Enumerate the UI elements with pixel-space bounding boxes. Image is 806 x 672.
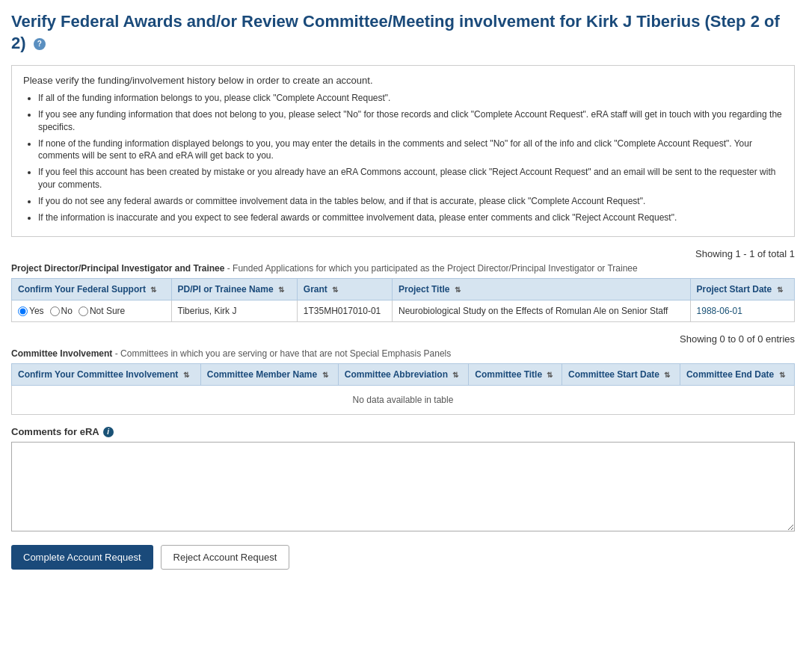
info-box: Please verify the funding/involvement hi…: [11, 65, 795, 237]
sort-icon[interactable]: ⇅: [332, 286, 338, 294]
table-row: Yes No Not Sure Tiberius, Kirk J 1T35MH0…: [12, 300, 795, 322]
committee-table: Confirm Your Committee Involvement ⇅ Com…: [11, 363, 795, 415]
pdpi-name-cell: Tiberius, Kirk J: [171, 300, 297, 322]
col-committee-title: Committee Title ⇅: [469, 364, 562, 386]
no-data-row: No data available in table: [12, 386, 795, 415]
col-pdpi-name: PD/PI or Trainee Name ⇅: [171, 279, 297, 300]
project-start-date-cell: 1988-06-01: [690, 300, 794, 322]
col-project-start-date: Project Start Date ⇅: [690, 279, 794, 300]
radio-yes-label[interactable]: Yes: [18, 306, 44, 316]
federal-support-showing: Showing 1 - 1 of total 1: [11, 248, 795, 259]
col-committee-abbrev: Committee Abbreviation ⇅: [338, 364, 469, 386]
info-list: If all of the funding information belong…: [23, 92, 783, 224]
col-committee-start-date: Committee Start Date ⇅: [562, 364, 680, 386]
help-icon[interactable]: ?: [34, 38, 46, 50]
radio-yes[interactable]: [18, 306, 28, 316]
confirm-federal-cell: Yes No Not Sure: [12, 300, 172, 322]
button-row: Complete Account Request Reject Account …: [11, 545, 795, 570]
sort-icon[interactable]: ⇅: [547, 371, 553, 379]
comments-section: Comments for eRA i: [11, 426, 795, 534]
radio-notsure-label[interactable]: Not Sure: [79, 306, 125, 316]
col-committee-member-name: Committee Member Name ⇅: [200, 364, 338, 386]
sort-icon[interactable]: ⇅: [455, 286, 461, 294]
sort-icon[interactable]: ⇅: [183, 371, 189, 379]
committee-section-desc: Committee Involvement - Committees in wh…: [11, 348, 795, 359]
radio-notsure-text: Not Sure: [90, 306, 125, 316]
federal-support-section-desc: Project Director/Principal Investigator …: [11, 263, 795, 274]
comments-label: Comments for eRA i: [11, 426, 795, 437]
col-confirm-committee: Confirm Your Committee Involvement ⇅: [12, 364, 201, 386]
project-start-date: 1988-06-01: [697, 306, 742, 316]
sort-icon[interactable]: ⇅: [322, 371, 328, 379]
complete-account-button[interactable]: Complete Account Request: [11, 545, 153, 570]
comments-textarea[interactable]: [11, 442, 795, 531]
page-title: Verify Federal Awards and/or Review Comm…: [11, 11, 795, 54]
project-title-cell: Neurobiological Study on the Effects of …: [392, 300, 690, 322]
info-bullet-4: If you feel this account has been create…: [38, 166, 783, 191]
sort-icon[interactable]: ⇅: [664, 371, 670, 379]
federal-support-table: Confirm Your Federal Support ⇅ PD/PI or …: [11, 278, 795, 322]
reject-account-button[interactable]: Reject Account Request: [161, 545, 290, 570]
radio-yes-text: Yes: [29, 306, 44, 316]
comments-info-icon: i: [103, 427, 114, 437]
radio-no-text: No: [61, 306, 73, 316]
sort-icon[interactable]: ⇅: [777, 286, 783, 294]
no-data-cell: No data available in table: [12, 386, 795, 415]
confirm-federal-radio-group: Yes No Not Sure: [18, 306, 165, 316]
committee-showing: Showing 0 to 0 of 0 entries: [11, 333, 795, 345]
col-grant: Grant ⇅: [297, 279, 392, 300]
radio-no-label[interactable]: No: [50, 306, 73, 316]
sort-icon[interactable]: ⇅: [452, 371, 458, 379]
radio-no[interactable]: [50, 306, 60, 316]
info-bullet-6: If the information is inaccurate and you…: [38, 212, 783, 224]
info-bullet-2: If you see any funding information that …: [38, 108, 783, 134]
info-bullet-3: If none of the funding information displ…: [38, 138, 783, 163]
col-confirm-federal: Confirm Your Federal Support ⇅: [12, 279, 172, 300]
info-bullet-5: If you do not see any federal awards or …: [38, 195, 783, 208]
col-committee-end-date: Committee End Date ⇅: [680, 364, 794, 386]
sort-icon[interactable]: ⇅: [150, 286, 156, 294]
radio-not-sure[interactable]: [79, 306, 88, 316]
sort-icon[interactable]: ⇅: [278, 286, 284, 294]
sort-icon[interactable]: ⇅: [779, 371, 785, 379]
info-intro: Please verify the funding/involvement hi…: [23, 75, 783, 86]
info-bullet-1: If all of the funding information belong…: [38, 92, 783, 105]
col-project-title: Project Title ⇅: [392, 279, 690, 300]
grant-cell: 1T35MH017010-01: [297, 300, 392, 322]
